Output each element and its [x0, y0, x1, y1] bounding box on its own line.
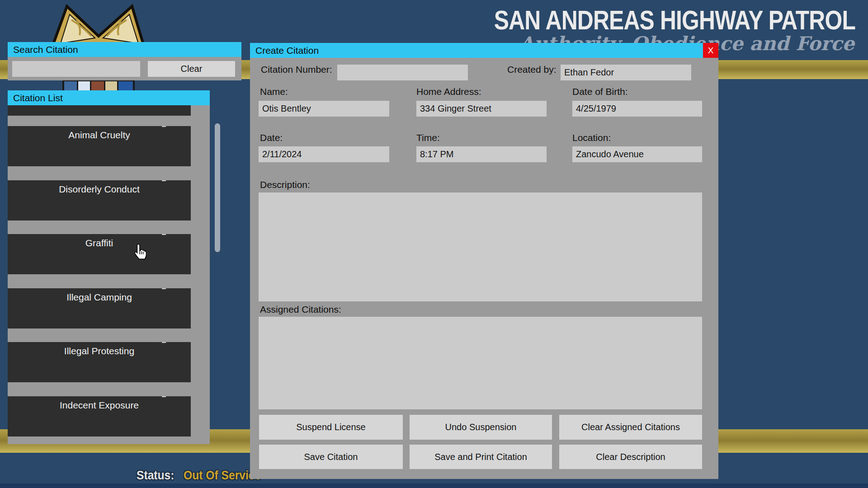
citation-number-input[interactable] — [337, 65, 468, 80]
undo-suspension-button[interactable]: Undo Suspension — [410, 415, 552, 440]
date-input[interactable] — [259, 146, 389, 162]
time-label: Time: — [416, 132, 440, 143]
clear-search-button[interactable]: Clear — [148, 61, 235, 77]
list-item-partial[interactable] — [8, 105, 191, 116]
close-button[interactable]: X — [703, 43, 718, 58]
date-of-birth-label: Date of Birth: — [572, 86, 628, 97]
location-input[interactable] — [572, 146, 702, 162]
time-input[interactable] — [416, 146, 547, 162]
name-input[interactable] — [259, 101, 389, 117]
clear-assigned-citations-button[interactable]: Clear Assigned Citations — [559, 415, 702, 440]
list-item[interactable]: Illegal Protesting — [8, 342, 191, 382]
search-panel-title: Search Citation — [8, 42, 241, 57]
save-citation-button[interactable]: Save Citation — [259, 445, 403, 469]
search-input[interactable] — [12, 61, 140, 77]
citation-number-label: Citation Number: — [261, 64, 332, 75]
date-of-birth-input[interactable] — [572, 101, 702, 117]
save-and-print-citation-button[interactable]: Save and Print Citation — [410, 445, 552, 469]
suspend-license-button[interactable]: Suspend License — [259, 415, 403, 440]
created-by-label: Created by: — [507, 64, 557, 75]
create-citation-title: Create Citation — [250, 43, 718, 58]
citation-list-panel: Citation List Animal Cruelty Disorderly … — [8, 90, 210, 444]
status-bar: Status: Out Of Service — [137, 468, 261, 483]
description-label: Description: — [260, 179, 310, 190]
search-citation-panel: Search Citation Clear — [8, 42, 241, 80]
status-value: Out Of Service — [184, 468, 261, 482]
location-label: Location: — [572, 132, 611, 143]
assigned-citations-label: Assigned Citations: — [260, 304, 341, 315]
list-item[interactable]: Indecent Exposure — [8, 396, 191, 436]
home-address-label: Home Address: — [416, 86, 481, 97]
description-textarea[interactable] — [259, 192, 702, 301]
clear-description-button[interactable]: Clear Description — [559, 445, 702, 469]
citation-list-scrollbar[interactable] — [215, 123, 220, 252]
create-citation-panel: Create Citation X Citation Number: Creat… — [250, 43, 718, 479]
assigned-citations-textarea[interactable] — [259, 317, 702, 409]
desktop-background: SAN ANDREAS HIGHWAY PATROL Authority, Ob… — [0, 0, 868, 488]
bottom-navy-band — [0, 483, 868, 488]
home-address-input[interactable] — [416, 101, 547, 117]
created-by-input[interactable] — [561, 65, 691, 80]
date-label: Date: — [260, 132, 283, 143]
list-item[interactable]: Graffiti — [8, 234, 191, 274]
hand-cursor-icon — [133, 243, 146, 260]
citation-list-title: Citation List — [8, 90, 210, 105]
list-item[interactable]: Disorderly Conduct — [8, 180, 191, 221]
list-item[interactable]: Animal Cruelty — [8, 126, 191, 166]
status-label: Status: — [137, 468, 175, 482]
name-label: Name: — [260, 86, 288, 97]
agency-title: SAN ANDREAS HIGHWAY PATROL — [494, 5, 855, 36]
list-item[interactable]: Illegal Camping — [8, 288, 191, 328]
